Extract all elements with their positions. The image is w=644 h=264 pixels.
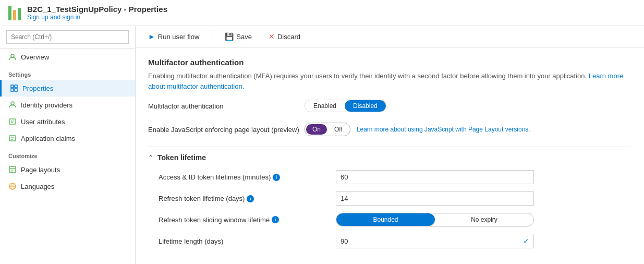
page-subtitle: Sign up and sign in [27,14,167,21]
refresh-info-icon[interactable]: i [247,195,254,202]
user-attributes-icon [8,117,17,126]
sidebar-item-label: Overview [21,53,49,61]
page-title: B2C_1_TestSignUpPolicy - Properties [27,5,167,14]
js-on-option[interactable]: On [306,124,327,135]
access-id-info-icon[interactable]: i [273,174,280,181]
svg-rect-2 [15,85,17,88]
access-id-field-row: Access & ID token lifetimes (minutes) i [148,170,631,184]
mfa-field-row: Multifactor authentication Enabled Disab… [148,100,631,112]
application-claims-icon [8,134,17,142]
logo [8,6,21,20]
properties-icon [10,84,18,92]
main-content: Multifactor authentication Enabling mult… [136,47,644,264]
mfa-title: Multifactor authentication [148,58,631,67]
sidebar-section-customize: Customize [0,147,135,161]
lifetime-select-wrapper: 90 30 60 120 ✓ [336,234,534,248]
js-field-label: Enable JavaScript enforcing page layout … [148,126,305,134]
sidebar-item-properties[interactable]: Properties [0,80,135,97]
sidebar-item-label: Languages [21,183,54,190]
svg-rect-3 [11,89,14,91]
save-icon: 💾 [225,32,234,41]
sliding-info-icon[interactable]: i [272,216,279,223]
page-layouts-icon [8,165,17,174]
svg-point-0 [11,54,14,57]
sidebar-item-application-claims[interactable]: Application claims [0,130,135,147]
search-input[interactable] [6,30,129,44]
no-expiry-option[interactable]: No expiry [435,213,533,226]
toolbar-divider [212,30,212,43]
js-section: Enable JavaScript enforcing page layout … [148,123,631,136]
toolbar: ► Run user flow 💾 Save ✕ Discard [136,26,644,47]
svg-rect-1 [11,85,14,88]
lifetime-length-select[interactable]: 90 30 60 120 [336,235,519,248]
bounded-option[interactable]: Bounded [336,213,435,226]
mfa-enabled-option[interactable]: Enabled [305,100,345,112]
sidebar-item-label: Properties [22,85,53,92]
mfa-field-label: Multifactor authentication [148,102,305,110]
identity-providers-icon [8,101,17,109]
access-id-input[interactable] [336,170,534,184]
sidebar-item-languages[interactable]: Languages [0,178,135,195]
sidebar: Overview Settings Properties Id [0,26,136,264]
svg-rect-4 [15,89,17,91]
sidebar-item-label: Application claims [21,135,75,142]
chevron-down-icon: ⌃ [148,154,153,161]
check-icon: ✓ [519,234,533,248]
js-off-option[interactable]: Off [328,124,349,135]
token-section-title: Token lifetime [157,153,206,162]
languages-icon [8,182,17,190]
run-icon: ► [148,32,155,41]
header: B2C_1_TestSignUpPolicy - Properties Sign… [0,0,644,26]
sidebar-section-settings: Settings [0,65,135,80]
refresh-field-row: Refresh token lifetime (days) i [148,191,631,206]
sidebar-item-page-layouts[interactable]: Page layouts [0,161,135,178]
mfa-section: Multifactor authentication Enabling mult… [148,58,631,112]
js-onoff-toggle[interactable]: On Off [305,123,350,136]
overview-icon [8,53,17,61]
sidebar-item-overview[interactable]: Overview [0,49,135,65]
token-section-divider: ⌃ Token lifetime [148,147,631,162]
svg-rect-6 [9,119,16,124]
sidebar-item-label: User attributes [21,118,65,126]
discard-icon: ✕ [269,32,275,41]
sidebar-item-identity-providers[interactable]: Identity providers [0,97,135,113]
bounded-toggle[interactable]: Bounded No expiry [336,213,534,226]
mfa-toggle-group[interactable]: Enabled Disabled [305,100,386,112]
sliding-field-row: Refresh token sliding window lifetime i … [148,213,631,226]
lifetime-length-row: Lifetime length (days) 90 30 60 120 ✓ [148,234,631,248]
run-user-flow-button[interactable]: ► Run user flow [144,30,203,43]
refresh-input[interactable] [336,191,534,206]
save-button[interactable]: 💾 Save [221,30,256,43]
js-learn-more-link[interactable]: Learn more about using JavaScript with P… [357,126,530,133]
sidebar-item-user-attributes[interactable]: User attributes [0,113,135,130]
lifetime-length-label: Lifetime length (days) [159,237,336,245]
mfa-description: Enabling multifactor authentication (MFA… [148,71,631,91]
refresh-label: Refresh token lifetime (days) i [159,195,336,202]
discard-button[interactable]: ✕ Discard [264,30,305,43]
svg-rect-12 [9,166,16,173]
access-id-label: Access & ID token lifetimes (minutes) i [159,173,336,181]
sidebar-item-label: Identity providers [21,101,72,109]
svg-rect-9 [9,136,16,141]
sliding-label: Refresh token sliding window lifetime i [159,216,336,224]
mfa-disabled-option[interactable]: Disabled [345,100,386,112]
sidebar-item-label: Page layouts [21,166,60,174]
svg-point-5 [11,102,14,105]
